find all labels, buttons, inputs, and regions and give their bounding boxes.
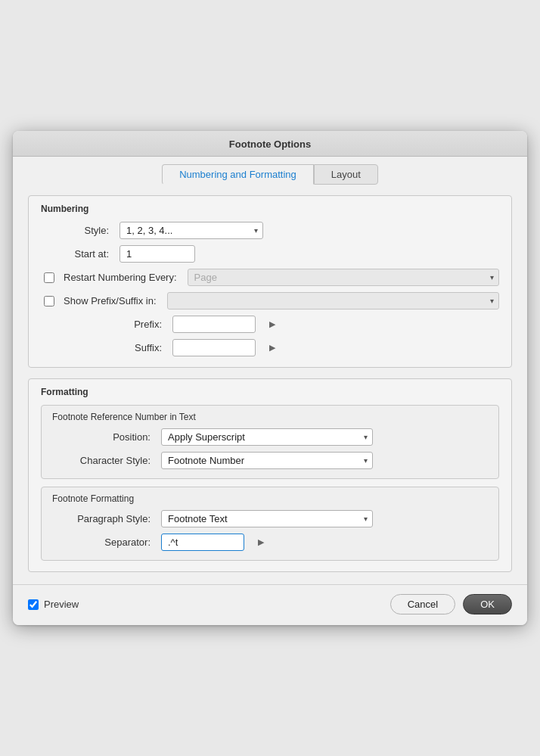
- tabs-row: Numbering and Formatting Layout: [13, 157, 527, 185]
- para-style-select-wrap: Footnote Text ▾: [161, 510, 373, 527]
- dialog-body: Numbering Style: 1, 2, 3, 4... ▾ Start a…: [13, 185, 527, 584]
- preview-text: Preview: [44, 599, 79, 610]
- start-at-row: Start at:: [41, 245, 499, 263]
- position-row: Position: Apply Superscript ▾: [52, 428, 488, 446]
- title-bar: Footnote Options: [13, 131, 527, 157]
- numbering-section-label: Numbering: [41, 204, 499, 214]
- restart-checkbox[interactable]: [44, 272, 54, 283]
- numbering-section: Numbering Style: 1, 2, 3, 4... ▾ Start a…: [28, 195, 512, 368]
- position-select-wrap: Apply Superscript ▾: [161, 428, 373, 446]
- style-row: Style: 1, 2, 3, 4... ▾: [41, 222, 499, 239]
- char-style-select-wrap: Footnote Number ▾: [161, 452, 373, 469]
- show-prefix-select[interactable]: [167, 292, 499, 310]
- position-select[interactable]: Apply Superscript: [161, 428, 373, 446]
- show-prefix-row: Show Prefix/Suffix in: ▾: [41, 292, 499, 310]
- ref-number-subsection: Footnote Reference Number in Text Positi…: [41, 405, 499, 479]
- restart-row: Restart Numbering Every: Page ▾: [41, 269, 499, 286]
- suffix-arrow-btn[interactable]: ▶: [266, 341, 278, 354]
- tab-layout[interactable]: Layout: [314, 164, 378, 185]
- restart-label: Restart Numbering Every:: [64, 272, 177, 283]
- prefix-arrow-btn[interactable]: ▶: [266, 318, 278, 331]
- position-label: Position:: [52, 431, 151, 443]
- footer-buttons: Cancel OK: [390, 594, 512, 614]
- show-prefix-label: Show Prefix/Suffix in:: [64, 295, 157, 306]
- preview-label[interactable]: Preview: [28, 599, 79, 610]
- preview-checkbox[interactable]: [28, 599, 39, 610]
- show-prefix-checkbox[interactable]: [44, 296, 54, 306]
- dialog-footer: Preview Cancel OK: [13, 584, 527, 625]
- formatting-section: Formatting Footnote Reference Number in …: [28, 378, 512, 572]
- formatting-section-label: Formatting: [41, 387, 499, 397]
- footnote-options-dialog: Footnote Options Numbering and Formattin…: [13, 131, 527, 625]
- show-prefix-select-wrap: ▾: [167, 292, 499, 310]
- style-select[interactable]: 1, 2, 3, 4...: [119, 222, 263, 239]
- prefix-label: Prefix:: [41, 319, 162, 330]
- suffix-input[interactable]: [172, 339, 256, 356]
- footnote-fmt-label: Footnote Formatting: [52, 493, 488, 504]
- prefix-row: Prefix: ▶: [41, 316, 499, 333]
- para-style-label: Paragraph Style:: [52, 513, 151, 524]
- start-at-input[interactable]: [119, 245, 195, 263]
- separator-row: Separator: ▶: [52, 534, 488, 551]
- restart-select[interactable]: Page: [188, 269, 499, 286]
- restart-select-wrap: Page ▾: [188, 269, 499, 286]
- separator-input[interactable]: [161, 534, 244, 551]
- suffix-row: Suffix: ▶: [41, 339, 499, 356]
- footnote-fmt-subsection: Footnote Formatting Paragraph Style: Foo…: [41, 487, 499, 561]
- separator-label: Separator:: [52, 537, 151, 548]
- separator-arrow-btn[interactable]: ▶: [255, 536, 267, 549]
- tab-numbering-formatting[interactable]: Numbering and Formatting: [162, 164, 314, 185]
- dialog-title: Footnote Options: [229, 138, 311, 150]
- ref-number-label: Footnote Reference Number in Text: [52, 412, 488, 422]
- style-label: Style:: [41, 225, 109, 236]
- char-style-select[interactable]: Footnote Number: [161, 452, 373, 469]
- style-select-wrap: 1, 2, 3, 4... ▾: [119, 222, 263, 239]
- suffix-label: Suffix:: [41, 342, 162, 353]
- start-at-label: Start at:: [41, 248, 109, 260]
- para-style-row: Paragraph Style: Footnote Text ▾: [52, 510, 488, 527]
- cancel-button[interactable]: Cancel: [390, 594, 455, 614]
- ok-button[interactable]: OK: [463, 594, 512, 614]
- para-style-select[interactable]: Footnote Text: [161, 510, 373, 527]
- char-style-label: Character Style:: [52, 455, 151, 466]
- char-style-row: Character Style: Footnote Number ▾: [52, 452, 488, 469]
- prefix-input[interactable]: [172, 316, 256, 333]
